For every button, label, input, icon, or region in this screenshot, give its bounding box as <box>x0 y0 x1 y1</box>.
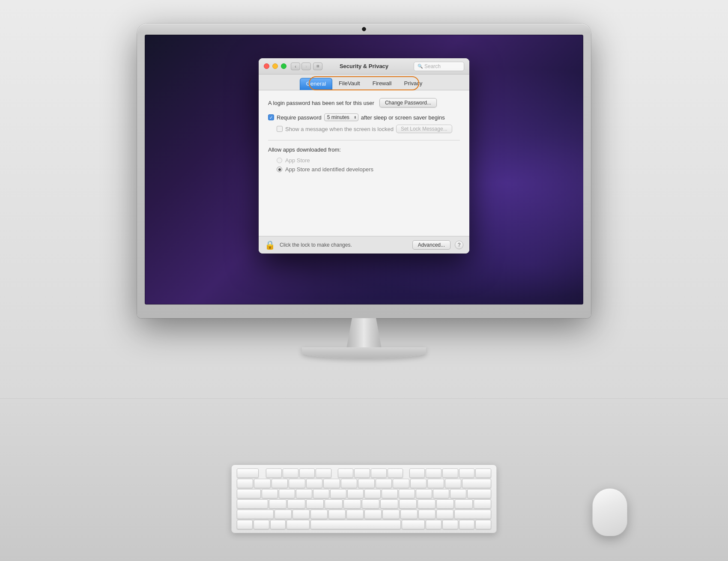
key-n[interactable] <box>364 510 382 519</box>
key-c[interactable] <box>310 510 328 519</box>
close-button[interactable] <box>264 63 269 69</box>
key-period[interactable] <box>418 510 436 519</box>
minimize-button[interactable] <box>272 63 278 69</box>
key-a[interactable] <box>269 499 286 509</box>
key-k[interactable] <box>399 499 417 509</box>
key-lshift[interactable] <box>237 510 274 519</box>
tab-privacy[interactable]: Privacy <box>398 78 429 90</box>
key-f8[interactable] <box>388 468 403 478</box>
key-power[interactable] <box>475 468 491 478</box>
time-dropdown[interactable]: 5 minutes ⬍ <box>324 113 358 121</box>
key-semicolon[interactable] <box>436 499 454 509</box>
key-2[interactable] <box>272 479 288 488</box>
key-9[interactable] <box>393 479 409 488</box>
key-f4[interactable] <box>316 468 331 478</box>
key-p[interactable] <box>416 489 432 498</box>
key-4[interactable] <box>306 479 322 488</box>
key-e[interactable] <box>296 489 312 498</box>
key-f12[interactable] <box>459 468 475 478</box>
key-7[interactable] <box>358 479 374 488</box>
key-arrow-right[interactable] <box>475 520 491 529</box>
key-option-l[interactable] <box>270 520 286 529</box>
key-b[interactable] <box>346 510 364 519</box>
key-d[interactable] <box>306 499 324 509</box>
search-box[interactable]: 🔍 Search <box>414 62 464 71</box>
back-button[interactable]: ‹ <box>291 63 300 70</box>
app-store-radio-row[interactable]: App Store <box>277 157 460 164</box>
key-space[interactable] <box>310 520 401 529</box>
key-backslash[interactable] <box>474 499 491 509</box>
key-quote[interactable] <box>455 499 472 509</box>
key-arrow-up-down[interactable] <box>459 520 475 529</box>
key-tab[interactable] <box>237 489 261 498</box>
key-s[interactable] <box>287 499 305 509</box>
key-fn[interactable] <box>237 520 253 529</box>
key-q[interactable] <box>262 489 278 498</box>
key-5[interactable] <box>323 479 340 488</box>
change-password-button[interactable]: Change Password... <box>379 98 437 107</box>
key-8[interactable] <box>376 479 392 488</box>
key-v[interactable] <box>328 510 346 519</box>
key-6[interactable] <box>341 479 357 488</box>
key-equals[interactable] <box>445 479 461 488</box>
key-f5[interactable] <box>338 468 354 478</box>
key-r[interactable] <box>313 489 329 498</box>
key-f7[interactable] <box>371 468 387 478</box>
key-j[interactable] <box>380 499 398 509</box>
help-button[interactable]: ? <box>455 241 463 249</box>
key-u[interactable] <box>364 489 381 498</box>
key-esc[interactable] <box>237 468 259 478</box>
key-f3[interactable] <box>299 468 315 478</box>
key-comma[interactable] <box>400 510 418 519</box>
advanced-button[interactable]: Advanced... <box>412 240 451 250</box>
key-w[interactable] <box>279 489 295 498</box>
key-0[interactable] <box>410 479 427 488</box>
key-return[interactable] <box>467 489 491 498</box>
app-store-identified-radio[interactable] <box>277 167 282 172</box>
key-cmd-r[interactable] <box>402 520 425 529</box>
key-f[interactable] <box>325 499 342 509</box>
app-store-radio[interactable] <box>277 158 282 163</box>
key-f10[interactable] <box>426 468 442 478</box>
key-slash[interactable] <box>436 510 454 519</box>
forward-button[interactable]: › <box>301 63 311 70</box>
key-i[interactable] <box>382 489 398 498</box>
key-m[interactable] <box>382 510 400 519</box>
key-f2[interactable] <box>283 468 298 478</box>
key-minus[interactable] <box>427 479 444 488</box>
key-x[interactable] <box>292 510 310 519</box>
key-ctrl[interactable] <box>254 520 269 529</box>
key-f11[interactable] <box>442 468 458 478</box>
require-password-checkbox[interactable]: ✓ <box>268 114 274 120</box>
key-caps[interactable] <box>237 499 268 509</box>
key-1[interactable] <box>254 479 270 488</box>
key-rbracket[interactable] <box>450 489 466 498</box>
key-o[interactable] <box>399 489 415 498</box>
tab-filevault[interactable]: FileVault <box>333 78 366 90</box>
key-g[interactable] <box>343 499 361 509</box>
tab-general[interactable]: General <box>300 78 332 90</box>
key-y[interactable] <box>347 489 364 498</box>
key-rshift[interactable] <box>454 510 491 519</box>
key-delete[interactable] <box>462 479 491 488</box>
lock-icon[interactable]: 🔒 <box>265 240 275 250</box>
grid-button[interactable]: ⊞ <box>313 63 322 70</box>
key-t[interactable] <box>330 489 346 498</box>
maximize-button[interactable] <box>281 63 286 69</box>
app-store-identified-radio-row[interactable]: App Store and identified developers <box>277 166 460 173</box>
key-lbracket[interactable] <box>433 489 449 498</box>
key-arrow-left[interactable] <box>442 520 458 529</box>
key-backtick[interactable] <box>237 479 253 488</box>
show-message-checkbox[interactable] <box>277 126 283 132</box>
key-f1[interactable] <box>266 468 282 478</box>
key-3[interactable] <box>289 479 305 488</box>
set-lock-message-button[interactable]: Set Lock Message... <box>396 125 452 133</box>
key-z[interactable] <box>274 510 292 519</box>
key-f9[interactable] <box>409 468 425 478</box>
tab-firewall[interactable]: Firewall <box>367 78 398 90</box>
key-h[interactable] <box>362 499 379 509</box>
key-option-r[interactable] <box>426 520 442 529</box>
key-l[interactable] <box>418 499 435 509</box>
key-f6[interactable] <box>354 468 370 478</box>
key-cmd-l[interactable] <box>286 520 310 529</box>
